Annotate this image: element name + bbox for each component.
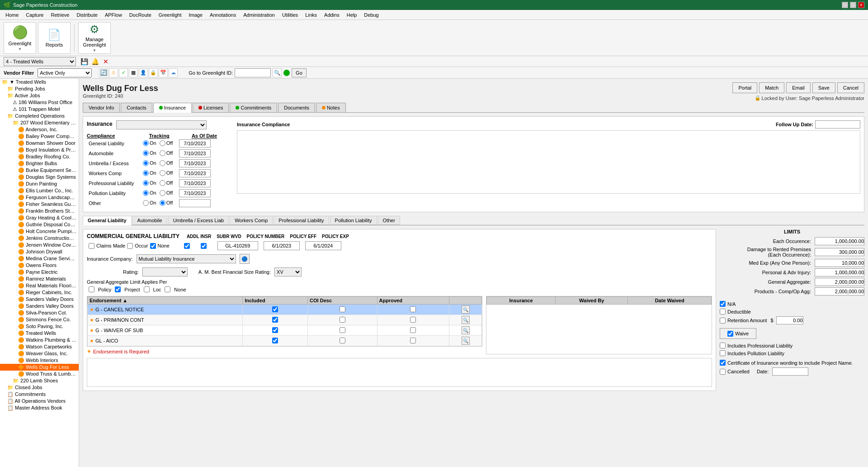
menu-item-help[interactable]: Help <box>343 11 361 19</box>
tree-item[interactable]: 🟠 Bradley Roofing Co. <box>0 153 79 160</box>
endorsement-included-checkbox[interactable] <box>272 327 278 333</box>
tab-commitments[interactable]: Commitments <box>230 103 277 112</box>
tree-item[interactable]: 📋 Master Address Book <box>0 405 79 411</box>
endorsement-search-button[interactable]: 🔍 <box>462 326 470 334</box>
endorsement-approved-checkbox[interactable] <box>410 338 416 343</box>
tree-item[interactable]: 🟠 Rieger Cabinets, Inc. <box>0 289 79 296</box>
endorsement-coi-checkbox[interactable] <box>340 338 345 343</box>
na-checkbox[interactable] <box>720 301 726 307</box>
endorsement-approved-checkbox[interactable] <box>410 306 416 312</box>
tree-item[interactable]: 📁 207 Wood Elementary Sc... <box>0 119 79 126</box>
endorsement-coi-checkbox[interactable] <box>340 327 345 333</box>
tree-item[interactable]: 🟠 Watkins Plumbing & H... <box>0 337 79 343</box>
endorsement-search-button[interactable]: 🔍 <box>462 316 470 324</box>
endorsement-search-button[interactable]: 🔍 <box>462 337 470 345</box>
compliance-date-input[interactable] <box>179 159 211 167</box>
addl-insr-checkbox[interactable] <box>184 243 190 249</box>
menu-item-distribute[interactable]: Distribute <box>73 11 101 19</box>
rating-dropdown[interactable] <box>142 267 188 276</box>
restore-button[interactable]: □ <box>850 2 856 8</box>
tree-item[interactable]: 📁 Pending Jobs <box>0 86 79 92</box>
warning-icon[interactable]: ⚠ <box>109 68 118 77</box>
pollution-liability-checkbox[interactable] <box>720 350 726 356</box>
tree-item[interactable]: 🟠 Sanders Valley Doors <box>0 296 79 303</box>
tree-item[interactable]: 🟠 Dunn Painting <box>0 181 79 187</box>
sub-tab-professional-liability[interactable]: Professional Liability <box>274 216 329 225</box>
tree-item[interactable]: 📋 All Operations Vendors <box>0 398 79 405</box>
tree-item[interactable]: 🟠 Ellis Lumber Co., Inc. <box>0 187 79 194</box>
tracking-on-radio[interactable] <box>143 160 149 166</box>
tree-item[interactable]: 🟠 Weaver Glass, Inc. <box>0 350 79 357</box>
sub-tab-workers-comp[interactable]: Workers Comp <box>230 216 273 225</box>
waive-checkbox-inner[interactable] <box>727 331 733 337</box>
compliance-notes-area[interactable] <box>237 130 860 194</box>
tab-insurance[interactable]: Insurance <box>153 103 192 113</box>
tree-item[interactable]: ⚠ 186 Williams Post Office <box>0 99 79 106</box>
loc-agg-checkbox[interactable] <box>144 286 150 292</box>
tracking-off-radio[interactable] <box>160 150 165 156</box>
am-best-dropdown[interactable]: XV <box>274 267 302 276</box>
tree-item[interactable]: 🟠 Medina Crane Service... <box>0 255 79 262</box>
compliance-date-input[interactable] <box>179 199 211 207</box>
sub-tab-general-liability[interactable]: General Liability <box>83 216 132 225</box>
menu-item-addins[interactable]: Addins <box>321 11 343 19</box>
subr-wvd-checkbox[interactable] <box>201 243 207 249</box>
tree-item[interactable]: 📋 Commitments <box>0 391 79 398</box>
tree-item[interactable]: 🟠 Boyd Insulation & Prep... <box>0 147 79 153</box>
tree-item[interactable]: 🔶 Wells Dug For Less <box>0 364 79 371</box>
tree-item[interactable]: 🟠 Webb Interiors <box>0 357 79 364</box>
menu-item-capture[interactable]: Capture <box>22 11 47 19</box>
menu-item-apflow[interactable]: APFlow <box>101 11 126 19</box>
endorsement-included-checkbox[interactable] <box>272 306 278 312</box>
search-button[interactable]: 🔍 <box>273 68 282 77</box>
follow-up-date-input[interactable] <box>815 120 860 129</box>
none-checkbox[interactable] <box>150 243 156 249</box>
limits-row-value[interactable] <box>815 237 864 245</box>
tree-item[interactable]: 🟠 Anderson, Inc. <box>0 126 79 133</box>
tracking-off-radio[interactable] <box>160 190 165 196</box>
tree-item[interactable]: 🟠 Sanders Valley Doors <box>0 303 79 310</box>
bell-icon[interactable]: 🔔 <box>90 57 99 66</box>
limits-row-value[interactable] <box>815 287 864 295</box>
tracking-on-radio[interactable] <box>143 140 149 146</box>
tree-item[interactable]: 🟠 Watson Carpetworks <box>0 343 79 350</box>
tab-contacts[interactable]: Contacts <box>121 103 152 112</box>
tree-item[interactable]: 🟠 Owens Floors <box>0 262 79 269</box>
save-quick-icon[interactable]: 💾 <box>80 57 89 66</box>
policy-eff-input[interactable] <box>264 241 300 250</box>
tracking-on-radio[interactable] <box>143 170 149 176</box>
tree-item[interactable]: 📁 Completed Operations <box>0 113 79 119</box>
menu-item-greenlight[interactable]: Greenlight <box>155 11 185 19</box>
menu-item-utilities[interactable]: Utilities <box>278 11 302 19</box>
tree-item[interactable]: 🟠 Wood Truss & Lumber... <box>0 371 79 377</box>
menu-item-home[interactable]: Home <box>2 11 22 19</box>
menu-item-docroute[interactable]: DocRoute <box>126 11 155 19</box>
claims-made-checkbox[interactable] <box>89 243 94 249</box>
tree-item[interactable]: 🟠 Fisher Seamless Gutte... <box>0 201 79 208</box>
close-button[interactable]: ✕ <box>858 2 864 8</box>
endorsement-included-checkbox[interactable] <box>272 317 278 323</box>
close-quick-icon[interactable]: ✕ <box>101 57 110 66</box>
sub-tab-umbrella---excess-liab[interactable]: Umbrella / Excess Liab <box>168 216 229 225</box>
tracking-on-radio[interactable] <box>143 200 149 206</box>
menu-item-administration[interactable]: Administration <box>240 11 278 19</box>
cancelled-checkbox[interactable] <box>720 369 726 375</box>
check-icon[interactable]: ✓ <box>119 68 128 77</box>
menu-item-annotations[interactable]: Annotations <box>206 11 240 19</box>
tree-item[interactable]: 🟠 Jensen Window Cover... <box>0 242 79 248</box>
tree-item[interactable]: 🟠 Burke Equipment Servi... <box>0 167 79 174</box>
minimize-button[interactable]: ─ <box>842 2 848 8</box>
tracking-off-radio[interactable] <box>160 170 165 176</box>
endorsement-coi-checkbox[interactable] <box>340 317 345 323</box>
tree-item[interactable]: 📁 220 Lamb Shoes <box>0 377 79 384</box>
limits-row-value[interactable] <box>815 278 864 286</box>
insurance-dropdown[interactable] <box>116 120 207 129</box>
cancelled-date-input[interactable] <box>772 367 808 376</box>
tracking-on-radio[interactable] <box>143 150 149 156</box>
limits-row-value[interactable] <box>815 248 864 256</box>
occur-checkbox[interactable] <box>127 243 133 249</box>
active-only-dropdown[interactable]: Active Only <box>38 68 92 77</box>
cloud-icon[interactable]: ☁ <box>169 68 178 77</box>
tab-licenses[interactable]: Licenses <box>193 103 229 112</box>
tree-item[interactable]: 🟠 Simmons Fence Co. <box>0 316 79 323</box>
